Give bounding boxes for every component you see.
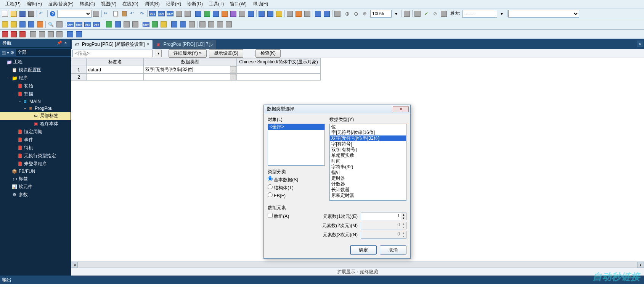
datatype-list-item[interactable]: 字符串(32) — [330, 164, 406, 170]
object-list-item[interactable]: <全部> — [268, 124, 324, 130]
dev3-button[interactable]: DEV — [166, 10, 174, 18]
cell-label-name[interactable]: datard — [87, 66, 144, 74]
tb2-dev3[interactable]: DEV — [84, 20, 92, 29]
tb-btn-p[interactable] — [314, 10, 322, 18]
extra-combo[interactable] — [508, 10, 579, 18]
cell-dropdown-icon[interactable]: ... — [230, 74, 236, 80]
menu-help[interactable]: 帮助(H) — [250, 0, 271, 8]
col-label-name[interactable]: 标签名 — [87, 58, 144, 66]
menu-convert[interactable]: 转换(C) — [77, 0, 98, 8]
datatype-list-item[interactable]: 位 — [330, 124, 406, 130]
tree-item-事件[interactable]: 事件 — [0, 136, 71, 144]
nav-gear-icon[interactable]: ⚙ — [10, 49, 14, 56]
ok-button[interactable]: 确定 — [350, 245, 377, 255]
tab-local-label-settings[interactable]: ProgPou [PRG] [局部标签设置] × — [72, 40, 153, 49]
datatype-list-item[interactable]: 字[有符号] — [330, 141, 406, 147]
tree-item-扫描[interactable]: −扫描 — [0, 90, 71, 98]
label-grid[interactable]: 标签名 数据类型 Chinese Simplified/简体中文(显示对象) 1… — [71, 58, 321, 81]
tb-check-button[interactable]: ✔ — [422, 10, 430, 18]
scroll-track[interactable] — [78, 262, 637, 268]
object-listbox[interactable]: <全部> — [268, 124, 325, 166]
tb-btn-k[interactable] — [266, 10, 275, 18]
datatype-list-item[interactable]: 计数器 — [330, 181, 406, 187]
zoom-out-button[interactable] — [353, 10, 361, 18]
tb2-n[interactable] — [170, 20, 178, 29]
tb3-c[interactable] — [18, 30, 27, 39]
tb2-g[interactable] — [105, 20, 113, 29]
table-row[interactable]: 2... — [71, 74, 321, 81]
cell-comment[interactable] — [237, 74, 321, 81]
display-settings-button[interactable]: 显示设置(S) — [209, 49, 243, 58]
menu-project[interactable]: 工程(P) — [2, 0, 24, 8]
typeclass-radio[interactable]: 基本数据(S) — [268, 176, 325, 183]
datatype-list-item[interactable]: 累积定时器 — [330, 193, 406, 198]
tb-btn-u[interactable] — [440, 10, 448, 18]
array-checkbox-input[interactable] — [268, 213, 273, 218]
datatype-list-item[interactable]: 时间 — [330, 158, 406, 164]
datatype-list-item[interactable]: 字[无符号]/位串[16位] — [330, 130, 406, 135]
tb2-m[interactable] — [159, 20, 168, 29]
tb2-j[interactable] — [131, 20, 140, 29]
tb3-e[interactable] — [38, 30, 46, 39]
menu-tools[interactable]: 工具(T) — [206, 0, 227, 8]
datatype-list-item[interactable]: 单精度实数 — [330, 153, 406, 158]
tb2-k[interactable]: DEV — [142, 20, 150, 29]
tb2-s[interactable] — [216, 20, 224, 29]
tree-toggle-icon[interactable]: − — [18, 100, 22, 104]
tb2-l[interactable] — [151, 20, 159, 29]
tb3-h[interactable] — [66, 30, 74, 39]
tb2-h[interactable] — [114, 20, 122, 29]
tb3-b[interactable] — [10, 30, 18, 39]
find-button[interactable]: 🔍 — [47, 20, 55, 29]
tree-item-未登录程序[interactable]: 未登录程序 — [0, 160, 71, 168]
scroll-right-icon[interactable]: ▸ — [637, 262, 644, 268]
dev2-button[interactable]: DEV — [157, 10, 165, 18]
menu-window[interactable]: 窗口(W) — [227, 0, 249, 8]
tree-item-无执行类型指定[interactable]: 无执行类型指定 — [0, 152, 71, 160]
cell-dropdown-icon[interactable]: ... — [230, 66, 236, 73]
paste-button[interactable] — [120, 10, 128, 18]
nav-collapse-icon[interactable]: ▾ — [7, 49, 9, 56]
tab-close-icon[interactable]: × — [147, 42, 149, 47]
tb3-g[interactable] — [55, 30, 64, 39]
tb2-dev1[interactable]: DEV — [66, 20, 74, 29]
tree-item-恒定周期[interactable]: 恒定周期 — [0, 128, 71, 136]
tb2-t[interactable] — [225, 20, 233, 29]
tb-btn-o[interactable] — [303, 10, 312, 18]
tb-btn-a[interactable] — [175, 10, 183, 18]
tb-btn-q[interactable] — [323, 10, 331, 18]
elem1-input[interactable]: 1 ▲▼ — [361, 213, 406, 220]
tb-btn-i[interactable] — [247, 10, 255, 18]
help-combo[interactable] — [57, 10, 92, 18]
tree-item-FB/FUN[interactable]: FB/FUN — [0, 168, 71, 175]
tb-btn-s[interactable] — [403, 10, 411, 18]
tb3-a[interactable] — [1, 30, 9, 39]
datatype-list-item[interactable]: 指针 — [330, 170, 406, 176]
tb-btn-l[interactable] — [275, 10, 283, 18]
tb-btn-b[interactable] — [183, 10, 192, 18]
tb-btn-d[interactable] — [203, 10, 211, 18]
cell-label-name[interactable] — [87, 74, 144, 81]
tb-btn-r[interactable] — [333, 10, 342, 18]
menu-view[interactable]: 视图(V) — [98, 0, 119, 8]
tb2-e[interactable] — [36, 20, 44, 29]
detail-display-button[interactable]: 详细显示(Y) » — [169, 49, 207, 58]
zoom-fit-button[interactable] — [361, 10, 370, 18]
output-panel-header[interactable]: 输出 — [0, 276, 644, 284]
cell-comment[interactable] — [237, 66, 321, 74]
redo-button[interactable]: ↷ — [138, 10, 146, 18]
tree-item-参数[interactable]: 参数 — [0, 191, 71, 199]
typeclass-radio[interactable]: FB(F) — [268, 192, 325, 198]
dev1-button[interactable]: DEV — [148, 10, 157, 18]
datatype-listbox[interactable]: 位字[无符号]/位串[16位]双字[无符号]/位串[32位]字[有符号]双字[有… — [329, 124, 406, 201]
datatype-list-item[interactable]: 长计数器 — [330, 187, 406, 193]
tb2-r[interactable] — [207, 20, 215, 29]
tree-item-模块配置图[interactable]: 模块配置图 — [0, 66, 71, 74]
nav-pin-icon[interactable]: 📌 — [57, 40, 62, 46]
tb-btn-t[interactable] — [413, 10, 422, 18]
array-checkbox[interactable]: 数组(A) — [268, 213, 289, 220]
help-go-button[interactable] — [92, 10, 100, 18]
tree-item-初始[interactable]: 初始 — [0, 82, 71, 90]
tree-toggle-icon[interactable]: − — [23, 106, 27, 111]
tb2-dev2[interactable]: DEV — [75, 20, 83, 29]
